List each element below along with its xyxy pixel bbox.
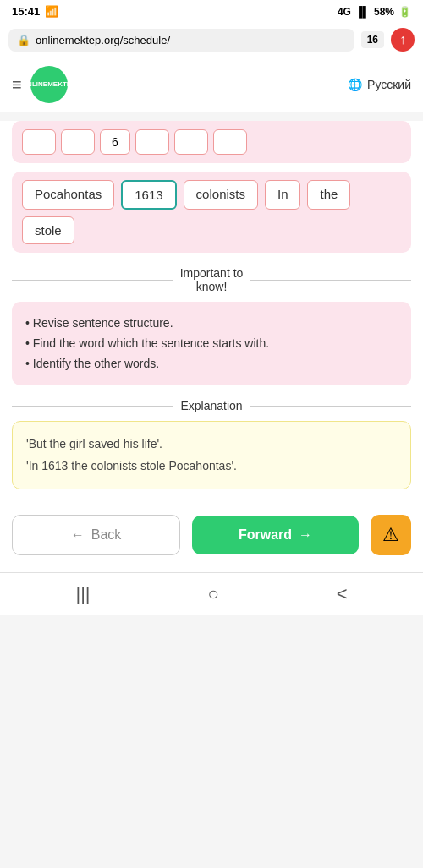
status-right: 4G ▐▌ 58% 🔋: [338, 6, 411, 18]
url-bar[interactable]: 🔒 onlinemektep.org/schedule/: [8, 29, 354, 52]
warning-icon: ⚠: [382, 524, 399, 546]
forward-button[interactable]: Forward →: [192, 516, 359, 554]
explanation-divider: Explanation: [12, 399, 411, 412]
important-divider: Important toknow!: [12, 266, 411, 293]
forward-label: Forward: [239, 527, 292, 543]
word-slot-1[interactable]: [22, 129, 56, 155]
url-text: onlinemektep.org/schedule/: [36, 34, 170, 46]
network-type: 4G: [338, 6, 351, 18]
logo: ONLINE MEKTEP: [30, 66, 68, 103]
explanation-divider-line-right: [250, 406, 411, 407]
word-slot-5[interactable]: [174, 129, 208, 155]
info-bullet-2: • Find the word which the sentence start…: [25, 334, 398, 354]
word-slot-2[interactable]: [61, 129, 95, 155]
word-choice-the[interactable]: the: [307, 180, 350, 210]
status-bar: 15:41 📶 4G ▐▌ 58% 🔋: [0, 0, 423, 23]
word-choice-pocahontas[interactable]: Pocahontas: [22, 180, 114, 210]
word-choice-in[interactable]: In: [265, 180, 301, 210]
main-content: 6 Pocahontas 1613 colonists In the stole…: [0, 121, 423, 572]
language-label: Русский: [367, 78, 411, 91]
bottom-nav-back[interactable]: <: [337, 583, 348, 605]
language-button[interactable]: 🌐 Русский: [348, 78, 411, 91]
explanation-box: 'But the girl saved his life'. 'In 1613 …: [12, 421, 411, 489]
tab-count-badge[interactable]: 16: [361, 31, 384, 48]
back-arrow-icon: ←: [71, 527, 85, 543]
logo-line1: ONLINE: [22, 80, 47, 89]
word-slot-4[interactable]: [135, 129, 169, 155]
status-left: 15:41 📶: [12, 5, 58, 18]
bottom-nav-home[interactable]: ○: [207, 583, 218, 605]
warning-fab[interactable]: ⚠: [371, 515, 411, 555]
browser-bar: 🔒 onlinemektep.org/schedule/ 16 ↑: [0, 23, 423, 57]
word-choice-colonists[interactable]: colonists: [184, 180, 258, 210]
word-bank-slots: 6: [12, 121, 411, 163]
nav-buttons: ← Back Forward → ⚠: [0, 506, 423, 572]
refresh-icon: ↑: [399, 32, 406, 47]
info-bullet-3: • Identify the other words.: [25, 354, 398, 374]
back-label: Back: [91, 527, 122, 543]
info-box: • Revise sentence structure. • Find the …: [12, 302, 411, 385]
explanation-line-1: 'But the girl saved his life'.: [26, 434, 397, 455]
lock-icon: 🔒: [17, 34, 30, 46]
battery-percent: 58%: [374, 6, 394, 18]
back-button[interactable]: ← Back: [12, 515, 180, 555]
word-slot-6[interactable]: [213, 129, 247, 155]
divider-line-left: [12, 280, 173, 281]
forward-arrow-icon: →: [299, 527, 312, 543]
explanation-title: Explanation: [180, 399, 242, 412]
status-time: 15:41: [12, 5, 40, 18]
bottom-nav: ||| ○ <: [0, 572, 423, 615]
important-title: Important toknow!: [180, 266, 244, 293]
explanation-divider-line-left: [12, 406, 173, 407]
logo-line2: MEKTEP: [47, 80, 75, 89]
battery-icon: 🔋: [398, 6, 411, 18]
word-choice-1613[interactable]: 1613: [121, 180, 176, 210]
explanation-line-2: 'In 1613 the colonists stole Pocahontas'…: [26, 456, 397, 477]
header-left: ≡ ONLINE MEKTEP: [12, 66, 68, 103]
signal-bars-icon: ▐▌: [355, 6, 370, 18]
bottom-nav-menu[interactable]: |||: [75, 583, 90, 605]
word-choices-container: Pocahontas 1613 colonists In the stole: [12, 172, 411, 253]
info-bullet-1: • Revise sentence structure.: [25, 314, 398, 334]
word-slot-3[interactable]: 6: [100, 129, 130, 155]
globe-icon: 🌐: [348, 78, 362, 91]
header-nav: ≡ ONLINE MEKTEP 🌐 Русский: [0, 57, 423, 112]
refresh-button[interactable]: ↑: [391, 28, 415, 52]
signal-icon: 📶: [45, 5, 58, 18]
hamburger-icon[interactable]: ≡: [12, 75, 22, 95]
divider-line-right: [250, 280, 411, 281]
word-choice-stole[interactable]: stole: [22, 216, 74, 244]
